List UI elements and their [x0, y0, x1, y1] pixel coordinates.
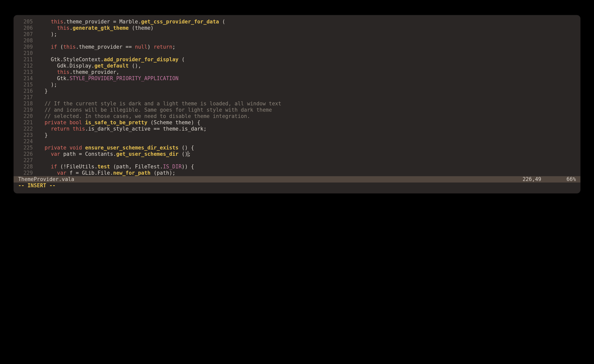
code-line[interactable]: 211 Gtk.StyleContext.add_provider_for_di…: [18, 56, 576, 63]
code-content[interactable]: if (this.theme_provider == null) return;: [38, 44, 175, 50]
code-content[interactable]: var path = Constants.get_user_schemes_di…: [38, 151, 191, 157]
code-line[interactable]: 207 );: [18, 31, 576, 38]
code-content[interactable]: var f = GLib.File.new_for_path (path);: [38, 170, 175, 176]
code-content[interactable]: private void ensure_user_schemes_dir_exi…: [38, 145, 194, 151]
code-line[interactable]: 216 }: [18, 88, 576, 94]
code-content[interactable]: this.generate_gtk_theme (theme): [38, 25, 154, 31]
code-content[interactable]: );: [38, 31, 57, 38]
code-line[interactable]: 222 return this.is_dark_style_active == …: [18, 126, 576, 132]
line-number: 220: [18, 113, 38, 119]
code-line[interactable]: 220 // selected. In those cases, we need…: [18, 113, 576, 119]
code-content[interactable]: private bool is_safe_to_be_pretty (Schem…: [38, 119, 200, 126]
line-number: 226: [18, 151, 38, 157]
line-number: 221: [18, 119, 38, 126]
code-content[interactable]: Gtk.STYLE_PROVIDER_PRIORITY_APPLICATION: [38, 75, 178, 82]
code-line[interactable]: 223 }: [18, 132, 576, 138]
code-content[interactable]: }: [38, 132, 48, 138]
code-content[interactable]: // If the current style is dark and a li…: [38, 101, 281, 107]
code-line[interactable]: 224: [18, 138, 576, 145]
code-line[interactable]: 218 // If the current style is dark and …: [18, 101, 576, 107]
code-line[interactable]: 221 private bool is_safe_to_be_pretty (S…: [18, 119, 576, 126]
line-number: 205: [18, 19, 38, 25]
code-line[interactable]: 206 this.generate_gtk_theme (theme): [18, 25, 576, 31]
code-line[interactable]: 225 private void ensure_user_schemes_dir…: [18, 145, 576, 151]
code-line[interactable]: 205 this.theme_provider = Marble.get_css…: [18, 19, 576, 25]
status-filename: ThemeProvider.vala: [18, 176, 74, 183]
code-line[interactable]: 213 this.theme_provider,: [18, 69, 576, 75]
code-content[interactable]: }: [38, 88, 48, 94]
line-number: 217: [18, 94, 38, 101]
line-number: 228: [18, 164, 38, 170]
code-line[interactable]: 228 if (!FileUtils.test (path, FileTest.…: [18, 164, 576, 170]
line-number: 219: [18, 107, 38, 113]
code-content[interactable]: if (!FileUtils.test (path, FileTest.IS_D…: [38, 164, 194, 170]
vim-mode-indicator: -- INSERT --: [14, 183, 580, 189]
line-number: 210: [18, 50, 38, 56]
line-number: 206: [18, 25, 38, 31]
code-line[interactable]: 215 );: [18, 82, 576, 88]
line-number: 218: [18, 101, 38, 107]
code-content[interactable]: return this.is_dark_style_active == them…: [38, 126, 207, 132]
code-content[interactable]: this.theme_provider = Marble.get_css_pro…: [38, 19, 225, 25]
code-line[interactable]: 229 var f = GLib.File.new_for_path (path…: [18, 170, 576, 176]
line-number: 215: [18, 82, 38, 88]
code-line[interactable]: 208: [18, 38, 576, 44]
code-content[interactable]: // and icons will be illegible. Same goe…: [38, 107, 272, 113]
line-number: 212: [18, 63, 38, 69]
line-number: 211: [18, 56, 38, 63]
status-cursor-position: 226,49: [523, 176, 566, 183]
line-number: 209: [18, 44, 38, 50]
status-scroll-percent: 66%: [566, 176, 576, 183]
code-line[interactable]: 212 Gdk.Display.get_default (),: [18, 63, 576, 69]
line-number: 216: [18, 88, 38, 94]
line-number: 208: [18, 38, 38, 44]
code-content[interactable]: this.theme_provider,: [38, 69, 119, 75]
code-line[interactable]: 214 Gtk.STYLE_PROVIDER_PRIORITY_APPLICAT…: [18, 75, 576, 82]
line-number: 229: [18, 170, 38, 176]
code-content[interactable]: // selected. In those cases, we need to …: [38, 113, 250, 119]
line-number: 227: [18, 157, 38, 164]
code-line[interactable]: 209 if (this.theme_provider == null) ret…: [18, 44, 576, 50]
line-number: 214: [18, 75, 38, 82]
code-content[interactable]: );: [38, 82, 57, 88]
line-number: 207: [18, 31, 38, 38]
code-line[interactable]: 217: [18, 94, 576, 101]
code-content[interactable]: Gtk.StyleContext.add_provider_for_displa…: [38, 56, 185, 63]
code-line[interactable]: 226 var path = Constants.get_user_scheme…: [18, 151, 576, 157]
code-line[interactable]: 210: [18, 50, 576, 56]
text-cursor: [188, 151, 188, 157]
status-bar: ThemeProvider.vala 226,49 66%: [14, 176, 580, 183]
line-number: 225: [18, 145, 38, 151]
code-content[interactable]: Gdk.Display.get_default (),: [38, 63, 141, 69]
code-editor[interactable]: 205 this.theme_provider = Marble.get_css…: [14, 19, 580, 176]
line-number: 213: [18, 69, 38, 75]
line-number: 224: [18, 138, 38, 145]
terminal-window: 205 this.theme_provider = Marble.get_css…: [14, 15, 580, 193]
line-number: 223: [18, 132, 38, 138]
code-line[interactable]: 219 // and icons will be illegible. Same…: [18, 107, 576, 113]
line-number: 222: [18, 126, 38, 132]
code-line[interactable]: 227: [18, 157, 576, 164]
